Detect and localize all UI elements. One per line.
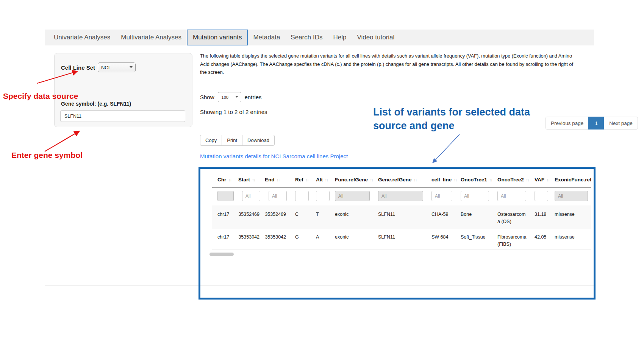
tab-help[interactable]: Help	[328, 30, 352, 45]
cell-exonicfunc-refgene: missense	[549, 229, 591, 251]
chevron-down-icon	[235, 96, 238, 98]
scrollbar-thumb[interactable]	[209, 253, 234, 256]
page-size-select[interactable]: 100	[218, 92, 241, 102]
cell-end: 35352469	[263, 206, 290, 229]
cell-ref: G	[290, 229, 311, 251]
tab-video-tutorial[interactable]: Video tutorial	[352, 30, 400, 45]
column-header-oncotree2[interactable]: OncoTree2↑↓	[492, 172, 529, 187]
cell-chr: chr17	[212, 229, 237, 251]
cell-ref: C	[290, 206, 311, 229]
sort-icon[interactable]: ↑↓	[252, 177, 255, 183]
variants-table: Chr↑↓Start↑↓End↑↓Ref↑↓Alt↑↓Func.refGene↑…	[212, 172, 591, 251]
filter-alt-input[interactable]	[316, 191, 330, 201]
cell-cell-line: SW 684	[426, 229, 455, 251]
column-header-chr[interactable]: Chr↑↓	[212, 172, 237, 187]
table-horizontal-scrollbar[interactable]	[212, 250, 591, 259]
filter-gene-refgene-select[interactable]: All	[378, 191, 423, 201]
column-header-vaf[interactable]: VAF↑↓	[529, 172, 549, 187]
top-nav: Univariate AnalysesMultivariate Analyses…	[45, 30, 594, 45]
sort-icon[interactable]: ↑↓	[305, 177, 308, 183]
sort-icon[interactable]: ↑↓	[325, 177, 328, 183]
annotation-list-of-variants: List of variants for selected data sourc…	[373, 105, 530, 133]
sort-icon[interactable]: ↑↓	[526, 177, 529, 183]
nav-tabs: Univariate AnalysesMultivariate Analyses…	[48, 30, 400, 45]
cell-start: 35352469	[237, 206, 263, 229]
tab-mutation-variants[interactable]: Mutation variants	[187, 30, 248, 45]
cell-end: 35353042	[263, 229, 290, 251]
column-header-gene-refgene[interactable]: Gene.refGene↑↓	[373, 172, 426, 187]
sort-icon[interactable]: ↑↓	[546, 177, 549, 183]
filter-end-input[interactable]: All	[269, 191, 287, 201]
cell-alt: A	[311, 229, 330, 251]
gene-symbol-label: Gene symbol: (e.g. SLFN11)	[61, 101, 131, 107]
red-arrow-to-gene-input	[45, 131, 80, 151]
cell-gene-refgene: SLFN11	[373, 229, 426, 251]
entries-label: entries	[245, 94, 262, 100]
controls-panel: Cell Line Set NCI Gene symbol: (e.g. SLF…	[54, 53, 192, 127]
filter-exonicfunc-refgene-select[interactable]: All	[555, 191, 588, 201]
sort-icon[interactable]: ↑↓	[489, 177, 492, 183]
cell-start: 35353042	[237, 229, 263, 251]
cell-gene-refgene: SLFN11	[373, 206, 426, 229]
filter-chr-select[interactable]	[217, 191, 234, 201]
sort-icon[interactable]: ↑↓	[453, 177, 456, 183]
column-header-cell-line[interactable]: cell_line↑↓	[426, 172, 455, 187]
column-header-end[interactable]: End↑↓	[263, 172, 290, 187]
table-caption-link[interactable]: Mutation variants details for NCI Sarcom…	[200, 153, 348, 159]
cell-oncotree1: Soft_Tissue	[455, 229, 492, 251]
cell-func-refgene: exonic	[330, 206, 373, 229]
filter-oncotree1-input[interactable]: All	[461, 191, 489, 201]
cell-line-set-label: Cell Line Set	[61, 64, 95, 71]
tab-metadata[interactable]: Metadata	[248, 30, 285, 45]
previous-page-button[interactable]: Previous page	[546, 117, 589, 130]
annotation-enter-gene-symbol: Enter gene symbol	[11, 151, 83, 160]
filter-start-input[interactable]: All	[242, 191, 260, 201]
table-row: chr173535246935352469CTexonicSLFN11CHA-5…	[212, 206, 591, 229]
description-text: The following table displays the selecte…	[200, 52, 577, 76]
download-button[interactable]: Download	[242, 135, 275, 146]
cell-vaf: 42.05	[529, 229, 549, 251]
tab-multivariate-analyses[interactable]: Multivariate Analyses	[116, 30, 187, 45]
sort-icon[interactable]: ↑↓	[228, 177, 231, 183]
next-page-button[interactable]: Next page	[604, 117, 638, 130]
tab-search-ids[interactable]: Search IDs	[285, 30, 328, 45]
table-filter-row: AllAllAllAllAllAllAllAll	[212, 187, 591, 206]
filter-cell-line-input[interactable]: All	[431, 191, 452, 201]
pagination: Previous page 1 Next page	[546, 117, 638, 130]
table-row: chr173535304235353042GAexonicSLFN11SW 68…	[212, 229, 591, 251]
cell-alt: T	[311, 206, 330, 229]
column-header-exonicfunc-refgene[interactable]: ExonicFunc.refGene↑↓	[549, 172, 591, 187]
sort-icon[interactable]: ↑↓	[414, 177, 417, 183]
cell-func-refgene: exonic	[330, 229, 373, 251]
page-number-button[interactable]: 1	[588, 117, 604, 130]
column-header-func-refgene[interactable]: Func.refGene↑↓	[330, 172, 373, 187]
cell-vaf: 31.18	[529, 206, 549, 229]
sort-icon[interactable]: ↑↓	[370, 177, 373, 183]
show-entries-row: Show 100 entries	[200, 92, 262, 102]
annotation-specify-data-source: Specify data source	[3, 92, 78, 101]
copy-button[interactable]: Copy	[200, 135, 222, 146]
sort-icon[interactable]: ↑↓	[277, 177, 280, 183]
column-header-ref[interactable]: Ref↑↓	[290, 172, 311, 187]
column-header-start[interactable]: Start↑↓	[237, 172, 263, 187]
blue-arrow-to-table	[433, 134, 460, 163]
column-header-alt[interactable]: Alt↑↓	[311, 172, 330, 187]
show-label: Show	[200, 94, 214, 100]
cell-line-set-select[interactable]: NCI	[98, 62, 136, 72]
filter-oncotree2-input[interactable]: All	[497, 191, 526, 201]
table-toolbar: CopyPrintDownload	[200, 135, 275, 146]
column-header-oncotree1[interactable]: OncoTree1↑↓	[455, 172, 492, 187]
tab-univariate-analyses[interactable]: Univariate Analyses	[48, 30, 116, 45]
showing-entries-text: Showing 1 to 2 of 2 entries	[200, 109, 267, 115]
cell-cell-line: CHA-59	[426, 206, 455, 229]
filter-func-refgene-select[interactable]: All	[335, 191, 370, 201]
chevron-down-icon	[130, 66, 133, 68]
filter-ref-input[interactable]	[295, 191, 309, 201]
cell-exonicfunc-refgene: missense	[549, 206, 591, 229]
filter-vaf-input[interactable]	[535, 191, 548, 201]
cell-oncotree2: Fibrosarcoma (FIBS)	[492, 229, 529, 251]
cell-oncotree1: Bone	[455, 206, 492, 229]
gene-symbol-input[interactable]: SLFN11	[60, 110, 185, 122]
cell-oncotree2: Osteosarcoma (OS)	[492, 206, 529, 229]
print-button[interactable]: Print	[222, 135, 242, 146]
